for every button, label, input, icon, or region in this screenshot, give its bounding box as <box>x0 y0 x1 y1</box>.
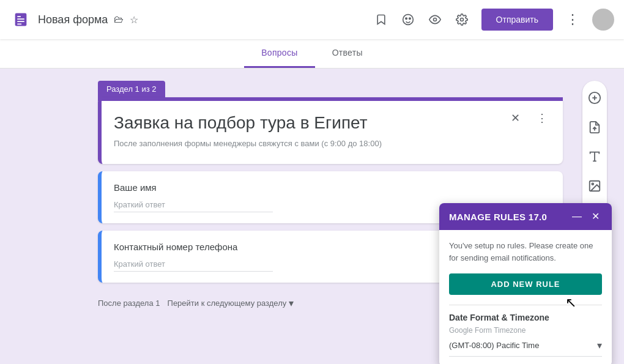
topbar-icons: Отправить ⋮ <box>369 7 614 32</box>
svg-point-17 <box>592 183 593 185</box>
form-title-area: ✕ ⋮ Заявка на подбор тура в Египет После… <box>102 101 563 164</box>
svg-point-7 <box>409 18 410 19</box>
svg-rect-4 <box>17 23 21 24</box>
dropdown-chevron-icon: ▾ <box>597 340 602 351</box>
image-btn[interactable] <box>582 174 607 198</box>
svg-point-8 <box>433 18 436 21</box>
section-footer-prefix: После раздела 1 <box>98 299 160 308</box>
app-title: Новая форма <box>38 13 108 26</box>
answer-placeholder-2: Краткий ответ <box>114 259 273 272</box>
text-btn[interactable] <box>582 144 607 169</box>
star-icon[interactable]: ☆ <box>130 14 138 26</box>
timezone-dropdown[interactable]: (GMT-08:00) Pacific Time ▾ <box>449 337 602 357</box>
main-content: Раздел 1 из 2 ✕ ⋮ Заявка на подбор тура … <box>0 69 624 364</box>
app-icon <box>10 9 32 31</box>
topbar: Новая форма 🗁 ☆ <box>0 0 624 39</box>
settings-icon-btn[interactable] <box>450 7 474 32</box>
panel-timezone-label: Google Form Timezone <box>449 326 602 335</box>
section-nav-value: Перейти к следующему разделу <box>168 299 287 308</box>
form-title-card: ✕ ⋮ Заявка на подбор тура в Египет После… <box>98 97 563 164</box>
folder-icon[interactable]: 🗁 <box>114 14 124 25</box>
svg-point-5 <box>403 15 413 25</box>
collapse-icon-btn[interactable]: ✕ <box>503 106 527 130</box>
svg-point-9 <box>460 18 463 21</box>
send-button[interactable]: Отправить <box>481 9 553 31</box>
more-card-btn[interactable]: ⋮ <box>530 106 554 130</box>
tab-answers[interactable]: Ответы <box>315 39 380 68</box>
chevron-down-icon: ▾ <box>289 297 294 309</box>
add-circle-btn[interactable] <box>582 86 607 110</box>
topbar-left: Новая форма 🗁 ☆ <box>10 9 369 31</box>
svg-rect-2 <box>17 18 24 20</box>
svg-point-6 <box>405 18 407 19</box>
panel-date-section-title: Date Format & Timezone <box>449 313 602 322</box>
panel-minimize-btn[interactable]: — <box>570 210 584 223</box>
panel-message: You've setup no rules. Please create one… <box>449 240 602 264</box>
form-subtitle: После заполнения формы менеджеры свяжутс… <box>114 139 551 158</box>
panel-header: MANAGE RULES 17.0 — ✕ <box>439 203 612 230</box>
timezone-value: (GMT-08:00) Pacific Time <box>449 341 539 350</box>
panel-body: You've setup no rules. Please create one… <box>439 230 612 364</box>
panel-divider <box>449 305 602 305</box>
svg-rect-3 <box>17 21 24 22</box>
import-btn[interactable] <box>582 115 607 139</box>
panel-header-actions: — ✕ <box>570 210 602 223</box>
bookmark-icon-btn[interactable] <box>369 7 393 32</box>
section-nav-dropdown[interactable]: Перейти к следующему разделу ▾ <box>168 297 294 309</box>
preview-icon-btn[interactable] <box>423 7 447 32</box>
answer-placeholder-1: Краткий ответ <box>114 200 273 212</box>
tab-questions[interactable]: Вопросы <box>244 39 314 68</box>
manage-rules-panel: MANAGE RULES 17.0 — ✕ You've setup no ru… <box>439 203 612 364</box>
form-title: Заявка на подбор тура в Египет <box>114 113 551 133</box>
panel-close-btn[interactable]: ✕ <box>589 210 602 223</box>
question-label-1: Ваше имя <box>114 182 551 193</box>
palette-icon-btn[interactable] <box>396 7 420 32</box>
more-options-btn[interactable]: ⋮ <box>560 7 585 32</box>
svg-rect-1 <box>17 16 21 17</box>
avatar <box>592 9 614 31</box>
tabs: Вопросы Ответы <box>0 39 624 69</box>
section-label: Раздел 1 из 2 <box>98 81 165 97</box>
panel-title: MANAGE RULES 17.0 <box>449 212 547 222</box>
card-actions: ✕ ⋮ <box>503 106 554 130</box>
add-new-rule-button[interactable]: ADD NEW RULE <box>449 273 602 295</box>
